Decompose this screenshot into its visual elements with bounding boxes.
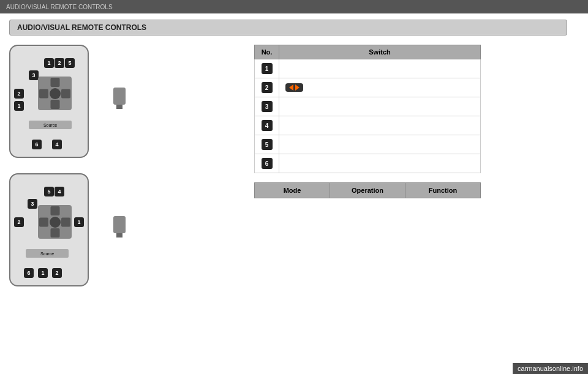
left-panel: 1 2 5 3 2 1 — [9, 45, 242, 290]
badge-1-6: 6 — [32, 140, 42, 149]
badge-2-1: 1 — [74, 217, 84, 227]
remote-1-wrapper: 1 2 5 3 2 1 — [9, 45, 107, 161]
row5-no: 5 — [255, 135, 279, 154]
svg-rect-1 — [116, 105, 123, 109]
dpad-up — [50, 78, 59, 87]
row1-no: 1 — [255, 59, 279, 78]
source-button-2: Source — [26, 249, 69, 258]
col-switch-header: Switch — [279, 45, 481, 59]
svg-rect-0 — [113, 88, 126, 105]
function-cell: Function — [405, 183, 481, 198]
top-bar-label: AUDIO/VISUAL REMOTE CONTROLS — [6, 4, 113, 10]
num-circle-5: 5 — [262, 139, 273, 150]
switch-table: No. Switch 1 2 — [254, 45, 481, 173]
dpad2-down — [50, 228, 59, 237]
num-circle-3: 3 — [262, 101, 273, 112]
num-circle-4: 4 — [262, 120, 273, 131]
right-panel: No. Switch 1 2 — [254, 45, 579, 290]
connector-1-icon — [110, 88, 129, 109]
badge-1-4: 4 — [52, 140, 62, 149]
row6-no: 6 — [255, 154, 279, 173]
badge-2-2b: 2 — [52, 268, 62, 278]
page-content: AUDIO/VISUAL REMOTE CONTROLS 1 2 5 3 — [0, 13, 588, 296]
badge-1-2b: 2 — [14, 89, 24, 99]
badge-2-3: 3 — [28, 199, 37, 209]
badge-2-4: 4 — [55, 187, 64, 196]
dpad-area-2 — [38, 205, 72, 239]
num-circle-2: 2 — [262, 82, 273, 93]
main-area: 1 2 5 3 2 1 — [9, 45, 579, 290]
section-header: AUDIO/VISUAL REMOTE CONTROLS — [9, 20, 567, 36]
row2-switch — [279, 78, 481, 97]
col-no-header: No. — [255, 45, 279, 59]
table-row: 1 — [255, 59, 481, 78]
mode-cell: Mode — [255, 183, 330, 198]
operation-cell: Operation — [330, 183, 405, 198]
dpad-center — [50, 88, 61, 99]
remote-1-body: 1 2 5 3 2 1 — [9, 45, 89, 158]
table-row: 3 — [255, 97, 481, 116]
row3-switch — [279, 97, 481, 116]
row3-no: 3 — [255, 97, 279, 116]
remote-2-wrapper: 5 4 3 2 1 — [9, 173, 107, 290]
row6-switch — [279, 154, 481, 173]
table-row: 2 — [255, 78, 481, 97]
num-circle-6: 6 — [262, 158, 273, 169]
badge-1-1: 1 — [44, 58, 54, 68]
row5-switch — [279, 135, 481, 154]
badge-2-2: 2 — [14, 217, 24, 227]
remote-2-body: 5 4 3 2 1 — [9, 173, 89, 286]
top-bar: AUDIO/VISUAL REMOTE CONTROLS — [0, 0, 588, 13]
badge-2-5: 5 — [44, 187, 54, 196]
watermark: carmanualsonline.info — [513, 363, 588, 374]
row4-switch — [279, 116, 481, 135]
badge-1-5: 5 — [65, 58, 75, 68]
dpad2-up — [50, 206, 59, 215]
table-row: 5 — [255, 135, 481, 154]
connector-2 — [110, 216, 129, 239]
table-row: 4 — [255, 116, 481, 135]
row2-no: 2 — [255, 78, 279, 97]
row1-switch — [279, 59, 481, 78]
badge-1-3: 3 — [29, 70, 39, 80]
num-circle-1: 1 — [262, 63, 273, 74]
lr-button — [285, 83, 303, 92]
row4-no: 4 — [255, 116, 279, 135]
remote-1-container: 1 2 5 3 2 1 — [9, 45, 242, 161]
arrow-right-icon — [295, 84, 300, 91]
connector-2-icon — [110, 216, 129, 237]
remote-2-container: 5 4 3 2 1 — [9, 173, 242, 290]
dpad-down — [50, 100, 59, 109]
svg-rect-3 — [113, 216, 126, 233]
dpad2-center — [50, 217, 61, 228]
badge-1-2: 2 — [55, 58, 64, 68]
badge-1-1b: 1 — [14, 101, 24, 111]
table-row: 6 — [255, 154, 481, 173]
source-button: Source — [29, 121, 72, 129]
connector-1 — [110, 88, 129, 111]
svg-rect-4 — [116, 233, 123, 237]
dpad2-left — [39, 217, 48, 226]
dpad-area — [38, 77, 72, 110]
dpad2-right — [61, 217, 70, 226]
dpad-left — [39, 89, 48, 98]
badge-2-1b: 1 — [38, 268, 48, 278]
dpad-right — [61, 89, 70, 98]
bottom-table: Mode Operation Function — [254, 182, 481, 198]
arrow-left-icon — [289, 84, 293, 91]
badge-2-6: 6 — [24, 268, 34, 278]
